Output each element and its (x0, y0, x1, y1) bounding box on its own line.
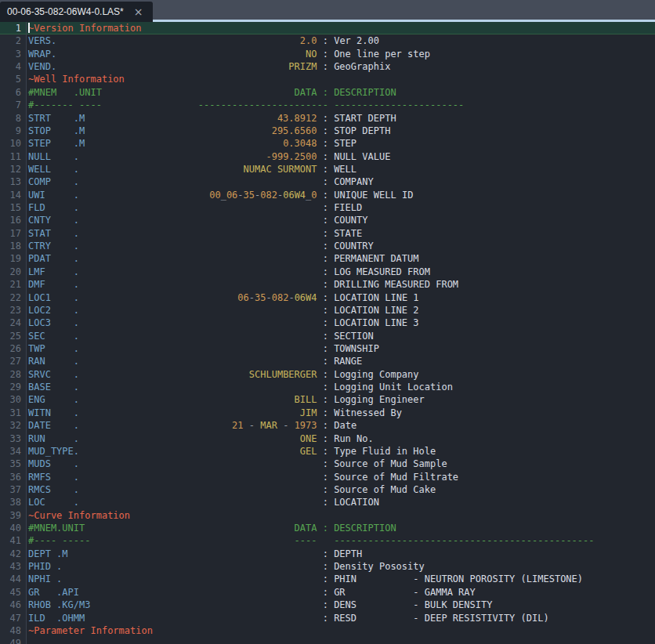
code-line[interactable]: 40#MNEM.UNIT DATA : DESCRIPTION (0, 522, 655, 534)
code-token-desc: : Run No. (317, 433, 373, 444)
code-token-pad (317, 535, 334, 546)
code-line[interactable]: 44NPHI . : PHIN - NEUTRON POROSITY (LIME… (0, 573, 655, 585)
code-line[interactable]: 10STEP .M 0.3048 : STEP (0, 137, 655, 150)
code-line[interactable]: 18CTRY . : COUNTRY (0, 240, 655, 252)
code-line[interactable]: 42DEPT .M : DEPTH (0, 548, 655, 560)
code-token-mnem: COMP . (28, 176, 79, 187)
code-token-dim: - (249, 292, 255, 303)
code-line[interactable]: 29BASE . : Logging Unit Location (0, 381, 655, 393)
code-line[interactable]: 20LMF . : LOG MEASURED FROM (0, 266, 655, 278)
code-text: RAN . : RANGE (27, 355, 655, 367)
file-tab[interactable]: 00-06-35-082-06W4-0.LAS* × (0, 2, 153, 22)
code-line[interactable]: 25SEC . : SECTION (0, 330, 655, 342)
code-line[interactable]: 32DATE . 21 - MAR - 1973 : Date (0, 419, 655, 432)
code-line[interactable]: 21DMF . : DRILLING MEASURED FROM (0, 278, 655, 291)
code-line[interactable]: 48~Parameter Information (0, 624, 655, 637)
code-line[interactable]: 45GR .API : GR - GAMMA RAY (0, 586, 655, 599)
code-line[interactable]: 24LOC3 . : LOCATION LINE 3 (0, 317, 655, 329)
code-text: #MNEM.UNIT DATA : DESCRIPTION (27, 522, 655, 534)
line-number: 35 (0, 458, 27, 470)
code-line[interactable]: 38LOC . : LOCATION (0, 496, 655, 508)
code-token-mnem: LOC . (28, 497, 79, 508)
code-token-pad (356, 613, 413, 624)
code-token-comment: #---- ----- (28, 535, 90, 546)
code-line[interactable]: 37RMCS . : Source of Mud Cake (0, 483, 655, 496)
code-line[interactable]: 47ILD .OHMM : RESD - DEEP RESISTIVITY (D… (0, 612, 655, 624)
line-number: 31 (0, 407, 27, 419)
code-line[interactable]: 13COMP . : COMPANY (0, 175, 655, 188)
line-number: 21 (0, 278, 27, 291)
code-token-mnem: DEPT .M (28, 548, 68, 559)
code-token-desc: : LOG MEASURED FROM (317, 266, 430, 277)
code-line[interactable]: 27RAN . : RANGE (0, 355, 655, 367)
code-text: ~Well Information (27, 73, 655, 85)
code-line[interactable]: 41#---- ----- ---- ---------------------… (0, 534, 655, 547)
line-number: 2 (0, 34, 27, 47)
code-token-mnem: VEND. (28, 61, 56, 72)
code-line[interactable]: 30ENG . BILL : Logging Engineer (0, 393, 655, 406)
code-token-num: 082 (272, 292, 289, 303)
tab-bar: 00-06-35-082-06W4-0.LAS* × (0, 0, 655, 22)
code-token-num: 06 (237, 292, 248, 303)
line-number: 25 (0, 330, 27, 342)
code-token-pad (68, 548, 317, 559)
code-text: COMP . : COMPANY (27, 175, 655, 188)
code-line[interactable]: 16CNTY . : COUNTY (0, 214, 655, 226)
code-line[interactable]: 15FLD . : FIELD (0, 201, 655, 214)
code-token-mnem: STOP .M (28, 125, 85, 136)
code-line[interactable]: 8STRT .M 43.8912 : START DEPTH (0, 112, 655, 125)
code-text: DEPT .M : DEPTH (27, 548, 655, 560)
code-token-desc: : One line per step (317, 49, 430, 60)
code-line[interactable]: 11NULL . -999.2500 : NULL VALUE (0, 150, 655, 163)
code-line[interactable]: 33RUN . ONE : Run No. (0, 432, 655, 445)
line-number: 12 (0, 163, 27, 175)
code-line[interactable]: 5~Well Information (0, 73, 655, 85)
code-token-comment: ----------------------- (334, 99, 464, 110)
code-line[interactable]: 19PDAT . : PERMANENT DATUM (0, 252, 655, 265)
code-token-desc: : TOWNSHIP (317, 343, 378, 354)
code-token-pad (79, 331, 317, 342)
code-token-desc: - NEUTRON POROSITY (LIMESTONE) (413, 573, 583, 584)
code-token-pad (79, 241, 317, 251)
code-line[interactable]: 3WRAP. NO : One line per step (0, 48, 655, 60)
line-number: 30 (0, 393, 27, 406)
code-token-num: 1973 (295, 420, 317, 431)
code-line[interactable]: 7#------- ---- ----------------------- -… (0, 99, 655, 111)
code-token-mnem: RMFS . (28, 472, 79, 483)
line-number: 37 (0, 483, 27, 496)
code-token-mnem: RUN . (28, 433, 79, 444)
code-line[interactable]: 28SRVC . SCHLUMBERGER : Logging Company (0, 368, 655, 381)
code-line[interactable]: 34MUD_TYPE. GEL : Type Fluid in Hole (0, 445, 655, 458)
code-line[interactable]: 23LOC2 . : LOCATION LINE 2 (0, 304, 655, 317)
code-line[interactable]: 6#MNEM .UNIT DATA : DESCRIPTION (0, 86, 655, 99)
code-line[interactable]: 14UWI . 00_06-35-082-06W4_0 : UNIQUE WEL… (0, 189, 655, 201)
code-token-pad (79, 202, 317, 213)
code-line[interactable]: 9STOP .M 295.6560 : STOP DEPTH (0, 125, 655, 137)
line-number: 26 (0, 342, 27, 355)
code-line[interactable]: 49 (0, 637, 655, 644)
code-line[interactable]: 31WITN . JIM : Witnessed By (0, 407, 655, 419)
code-line[interactable]: 26TWP . : TOWNSHIP (0, 342, 655, 355)
line-number: 34 (0, 445, 27, 458)
code-token-mnem: LOC1 . (28, 292, 79, 303)
close-icon[interactable]: × (134, 6, 143, 17)
code-line[interactable]: 4VEND. PRIZM : GeoGraphix (0, 60, 655, 73)
code-token-desc: : WELL (317, 164, 356, 175)
code-line[interactable]: 12WELL . NUMAC SURMONT : WELL (0, 163, 655, 175)
code-line[interactable]: 46RHOB .KG/M3 : DENS - BULK DENSITY (0, 599, 655, 611)
code-token-desc: : Source of Mud Cake (317, 484, 436, 495)
code-line[interactable]: 1~Version Information (0, 22, 655, 34)
code-token-str: 06W4 (295, 292, 317, 303)
code-token-pad (85, 523, 294, 534)
code-line[interactable]: 36RMFS . : Source of Mud Filtrate (0, 471, 655, 483)
code-line[interactable]: 39~Curve Information (0, 509, 655, 522)
code-text: STRT .M 43.8912 : START DEPTH (27, 112, 655, 125)
code-line[interactable]: 35MUDS . : Source of Mud Sample (0, 458, 655, 470)
code-editor[interactable]: 1~Version Information2VERS. 2.0 : Ver 2.… (0, 22, 655, 644)
code-token-desc: : PHIN (317, 573, 356, 584)
code-line[interactable]: 2VERS. 2.0 : Ver 2.00 (0, 34, 655, 47)
code-line[interactable]: 22LOC1 . 06-35-082-06W4 : LOCATION LINE … (0, 291, 655, 304)
code-token-mnem: DATE . (28, 420, 79, 431)
code-line[interactable]: 43PHID . : Density Pososity (0, 560, 655, 573)
code-line[interactable]: 17STAT . : STATE (0, 227, 655, 240)
